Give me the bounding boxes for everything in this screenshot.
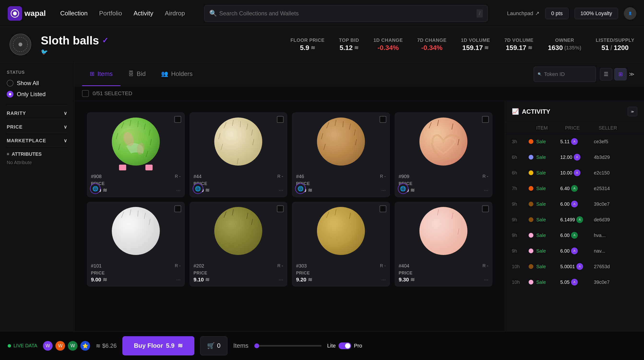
item-checkbox[interactable] xyxy=(482,116,489,123)
wallet-icon-1[interactable]: W xyxy=(43,341,52,351)
item-more-button[interactable]: ··· xyxy=(279,277,283,283)
item-card[interactable]: #404 R - PRICE 9.30 ≋ ··· xyxy=(395,202,492,286)
svg-line-34 xyxy=(438,120,438,126)
item-card[interactable]: 🌐 #909 R - PRICE 8.90 ≋ xyxy=(395,112,492,197)
only-listed-option[interactable]: Only Listed xyxy=(7,91,68,98)
top-navigation: wapal Collection Portfolio Activity Aird… xyxy=(0,0,644,27)
item-card[interactable]: 🌐 #908 R - PRICE 7.90 ≋ xyxy=(87,112,185,197)
item-more-button[interactable]: ··· xyxy=(176,277,180,283)
activity-row[interactable]: 10h Sale 5.05 A 39c0e7 xyxy=(505,274,644,290)
activity-row[interactable]: 6h Sale 12.00 A 4b3d29 xyxy=(505,149,644,165)
activity-row[interactable]: 10h Sale 5.0001 A 27653d xyxy=(505,259,644,274)
show-all-radio[interactable] xyxy=(7,80,14,87)
nft-image xyxy=(292,113,390,170)
item-checkbox[interactable] xyxy=(482,206,489,212)
item-checkbox[interactable] xyxy=(174,116,181,123)
activity-dot xyxy=(528,233,534,238)
activity-row[interactable]: 7h Sale 6.40 A e25314 xyxy=(505,181,644,196)
activity-dot xyxy=(528,139,534,144)
logo[interactable]: wapal xyxy=(8,6,46,21)
nav-activity[interactable]: Activity xyxy=(134,8,153,19)
items-slider[interactable] xyxy=(254,345,322,346)
activity-row[interactable]: 9h Sale 6.00 A 39c0e7 xyxy=(505,196,644,212)
item-more-button[interactable]: ··· xyxy=(381,187,386,194)
activity-row[interactable]: 6h Sale 10.00 A e2c150 xyxy=(505,165,644,181)
grid-view-button[interactable]: ⊞ xyxy=(614,68,627,81)
nft-image xyxy=(395,202,492,260)
launchpad-button[interactable]: Launchpad ↗ xyxy=(507,10,540,17)
search-input[interactable] xyxy=(219,10,477,17)
nav-portfolio[interactable]: Portfolio xyxy=(99,8,122,19)
col-price-header: PRICE xyxy=(565,125,599,131)
item-info: 🌐 #909 R - PRICE 8.90 ≋ xyxy=(395,170,492,197)
search-bar[interactable]: 🔍 / xyxy=(204,5,488,22)
item-card[interactable]: #101 R - PRICE 9.00 ≋ ··· xyxy=(87,202,185,286)
item-checkbox[interactable] xyxy=(380,206,386,212)
item-checkbox[interactable] xyxy=(277,206,284,212)
activity-row[interactable]: 3h Sale 5.11 A ce3ef5 xyxy=(505,134,644,149)
price-filter-header[interactable]: PRICE ∨ xyxy=(7,124,68,130)
svg-line-20 xyxy=(252,129,253,135)
user-avatar[interactable]: 👤 xyxy=(624,7,636,20)
activity-time: 9h xyxy=(512,201,528,207)
item-checkbox[interactable] xyxy=(277,116,284,123)
wallet-icon-3[interactable]: W xyxy=(68,341,78,351)
item-info: 🌐 #46 R - PRICE 8.70 ≋ xyxy=(292,170,390,197)
svg-line-25 xyxy=(326,122,329,128)
wallet-icon-2[interactable]: W xyxy=(56,341,65,351)
item-checkbox[interactable] xyxy=(380,116,386,123)
marketplace-filter-header[interactable]: MARKETPLACE ∨ xyxy=(7,138,68,143)
item-more-button[interactable]: ··· xyxy=(381,277,386,283)
item-card[interactable]: 🌐 #46 R - PRICE 8.70 ≋ xyxy=(292,112,390,197)
select-all-checkbox[interactable] xyxy=(82,90,89,97)
buy-floor-button[interactable]: Buy Floor 5.9 ≋ xyxy=(122,336,194,355)
nav-collection[interactable]: Collection xyxy=(60,8,88,19)
lite-pro-switch[interactable] xyxy=(338,342,351,349)
tab-holders[interactable]: 👥 Holders xyxy=(153,62,200,86)
cart-button[interactable]: 🛒 0 xyxy=(200,336,228,355)
svg-line-37 xyxy=(122,212,124,218)
tab-bid[interactable]: 🗄 Bid xyxy=(120,62,154,86)
collection-avatar xyxy=(10,34,31,55)
activity-price: 5.0001 A xyxy=(560,263,594,270)
list-view-button[interactable]: ☰ xyxy=(600,68,612,81)
twitter-link[interactable]: 🐦 xyxy=(41,49,108,55)
item-checkbox[interactable] xyxy=(174,206,181,212)
expand-button[interactable]: ≫ xyxy=(627,69,636,79)
loyalty-badge: 100% Loyalty xyxy=(574,8,618,19)
nav-airdrop[interactable]: Airdrop xyxy=(165,8,185,19)
bid-icon: 🗄 xyxy=(128,70,134,77)
svg-line-30 xyxy=(355,139,356,145)
item-more-button[interactable]: ··· xyxy=(484,277,488,283)
activity-time: 9h xyxy=(512,248,528,254)
only-listed-radio[interactable] xyxy=(7,91,14,98)
wallet-icon-4[interactable]: ⭐ xyxy=(80,341,90,351)
token-id-input[interactable] xyxy=(544,71,592,77)
live-data-indicator: LIVE DATA xyxy=(8,343,37,348)
rarity-filter-header[interactable]: RARITY ∨ xyxy=(7,110,68,116)
item-price: 9.00 ≋ xyxy=(91,277,107,283)
item-more-button[interactable]: ··· xyxy=(279,187,283,194)
items-label: Items xyxy=(233,342,248,349)
price-display: ≋ $6.26 xyxy=(96,342,116,349)
item-more-button[interactable]: ··· xyxy=(176,187,180,194)
stats-row: FLOOR PRICE 5.9 ≋ TOP BID 5.12 ≋ 1D CHAN… xyxy=(290,38,634,52)
main-nav: Collection Portfolio Activity Airdrop xyxy=(60,8,185,19)
token-id-search[interactable]: 🔍 xyxy=(534,67,596,82)
activity-row[interactable]: 9h Sale 6.00 A hva... xyxy=(505,228,644,243)
item-more-button[interactable]: ··· xyxy=(484,187,488,194)
activity-seller: hva... xyxy=(594,233,637,238)
item-card[interactable]: #303 R - PRICE 9.20 ≋ ··· xyxy=(292,202,390,286)
svg-line-24 xyxy=(237,158,238,164)
activity-row[interactable]: 9h Sale 6.00 A nav... xyxy=(505,243,644,259)
item-card[interactable]: 🌐 #44 R - PRICE 8.70 ≋ xyxy=(190,112,288,197)
activity-expand-button[interactable]: ≫ xyxy=(628,107,637,116)
activity-row[interactable]: 9h Sale 6.1499 A de6d39 xyxy=(505,212,644,228)
col-seller-header: SELLER xyxy=(599,125,637,131)
activity-seller: e2c150 xyxy=(594,170,637,176)
svg-point-1 xyxy=(13,12,17,15)
item-card[interactable]: #202 R - PRICE 9.10 ≋ ··· xyxy=(190,202,288,286)
activity-type: Sale xyxy=(536,139,560,144)
show-all-option[interactable]: Show All xyxy=(7,80,68,87)
tab-items[interactable]: ⊞ Items xyxy=(82,62,120,86)
